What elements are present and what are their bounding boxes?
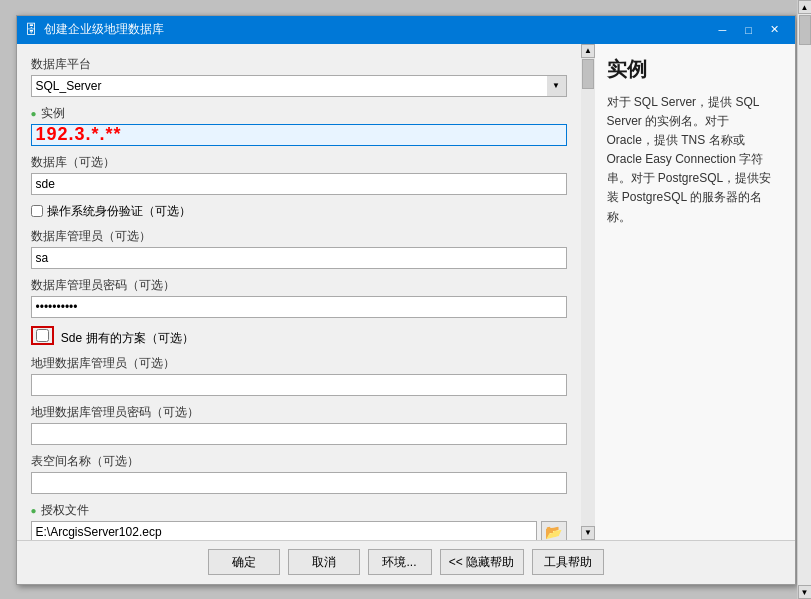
title-bar-controls: ─ □ ✕ (711, 21, 787, 39)
left-scroll-thumb[interactable] (582, 59, 594, 89)
geo-admin-group: 地理数据库管理员（可选） (31, 355, 567, 396)
os-auth-checkbox[interactable] (31, 205, 43, 217)
right-title: 实例 (607, 56, 791, 83)
sde-schema-checkbox-wrapper (31, 326, 54, 345)
main-window: 🗄 创建企业级地理数据库 ─ □ ✕ 数据库平台 ▼ (16, 15, 796, 585)
title-bar: 🗄 创建企业级地理数据库 ─ □ ✕ (17, 16, 795, 44)
scroll-down-arrow[interactable]: ▼ (581, 526, 595, 540)
right-panel: 实例 对于 SQL Server，提供 SQL Server 的实例名。对于 O… (595, 44, 795, 540)
sde-schema-label: Sde 拥有的方案（可选） (61, 331, 194, 345)
license-group: 授权文件 📂 (31, 502, 567, 540)
sde-schema-checkbox[interactable] (36, 329, 49, 342)
right-panel-wrapper: 实例 对于 SQL Server，提供 SQL Server 的实例名。对于 O… (595, 44, 795, 540)
geo-admin-pwd-input[interactable] (31, 423, 567, 445)
geo-admin-label: 地理数据库管理员（可选） (31, 355, 567, 372)
instance-input[interactable] (31, 124, 567, 146)
left-panel: 数据库平台 ▼ 实例 数据库（可选） (17, 44, 581, 540)
content-area: 数据库平台 ▼ 实例 数据库（可选） (17, 44, 795, 540)
restore-button[interactable]: □ (737, 21, 761, 39)
platform-select-wrapper: ▼ (31, 75, 567, 97)
license-input[interactable] (31, 521, 537, 540)
db-admin-pwd-input[interactable] (31, 296, 567, 318)
database-input[interactable] (31, 173, 567, 195)
database-label: 数据库（可选） (31, 154, 567, 171)
geo-admin-pwd-label: 地理数据库管理员密码（可选） (31, 404, 567, 421)
geo-admin-input[interactable] (31, 374, 567, 396)
db-admin-label: 数据库管理员（可选） (31, 228, 567, 245)
platform-select[interactable] (31, 75, 567, 97)
database-group: 数据库（可选） (31, 154, 567, 195)
tablespace-group: 表空间名称（可选） (31, 453, 567, 494)
db-admin-pwd-label: 数据库管理员密码（可选） (31, 277, 567, 294)
os-auth-row: 操作系统身份验证（可选） (31, 203, 567, 220)
db-admin-group: 数据库管理员（可选） (31, 228, 567, 269)
geo-admin-pwd-group: 地理数据库管理员密码（可选） (31, 404, 567, 445)
title-bar-title: 🗄 创建企业级地理数据库 (25, 21, 164, 38)
left-scroll-track (581, 58, 595, 526)
cancel-button[interactable]: 取消 (288, 549, 360, 575)
tablespace-label: 表空间名称（可选） (31, 453, 567, 470)
close-button[interactable]: ✕ (763, 21, 787, 39)
platform-group: 数据库平台 ▼ (31, 56, 567, 97)
license-label: 授权文件 (31, 502, 567, 519)
tool-help-button[interactable]: 工具帮助 (532, 549, 604, 575)
hide-help-button[interactable]: << 隐藏帮助 (440, 549, 524, 575)
right-description: 对于 SQL Server，提供 SQL Server 的实例名。对于 Orac… (607, 93, 791, 227)
minimize-button[interactable]: ─ (711, 21, 735, 39)
db-admin-pwd-group: 数据库管理员密码（可选） (31, 277, 567, 318)
file-browse-button[interactable]: 📂 (541, 521, 567, 540)
window-title: 创建企业级地理数据库 (44, 21, 164, 38)
tablespace-input[interactable] (31, 472, 567, 494)
instance-group: 实例 (31, 105, 567, 146)
env-button[interactable]: 环境... (368, 549, 432, 575)
confirm-button[interactable]: 确定 (208, 549, 280, 575)
license-file-row: 📂 (31, 521, 567, 540)
left-scrollbar: ▲ ▼ (581, 44, 595, 540)
left-panel-wrapper: 数据库平台 ▼ 实例 数据库（可选） (17, 44, 595, 540)
os-auth-label: 操作系统身份验证（可选） (47, 203, 191, 220)
platform-label: 数据库平台 (31, 56, 567, 73)
folder-icon: 📂 (545, 524, 562, 540)
db-admin-input[interactable] (31, 247, 567, 269)
sde-schema-row: Sde 拥有的方案（可选） (31, 326, 567, 347)
footer: 确定 取消 环境... << 隐藏帮助 工具帮助 (17, 540, 795, 584)
instance-label: 实例 (31, 105, 567, 122)
scroll-up-arrow[interactable]: ▲ (581, 44, 595, 58)
